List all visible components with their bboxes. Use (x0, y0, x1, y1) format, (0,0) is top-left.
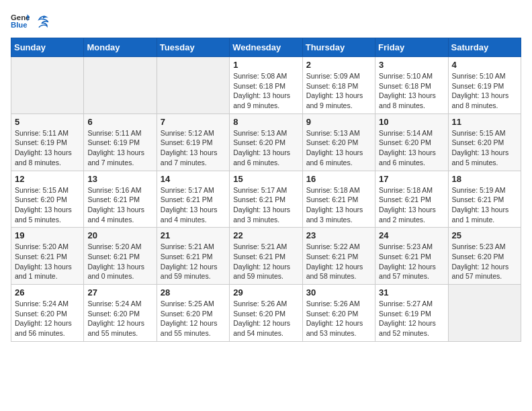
weekday-header-row: SundayMondayTuesdayWednesdayThursdayFrid… (11, 38, 521, 57)
day-detail: Sunrise: 5:24 AMSunset: 6:20 PMDaylight:… (87, 299, 152, 338)
day-number: 8 (233, 117, 298, 127)
day-number: 26 (15, 287, 80, 298)
day-detail: Sunrise: 5:17 AMSunset: 6:21 PMDaylight:… (161, 185, 226, 225)
calendar-cell: 2Sunrise: 5:09 AMSunset: 6:18 PMDaylight… (302, 57, 375, 114)
day-detail: Sunrise: 5:08 AMSunset: 6:18 PMDaylight:… (233, 71, 298, 111)
calendar-cell: 4Sunrise: 5:10 AMSunset: 6:19 PMDaylight… (448, 57, 521, 114)
day-detail: Sunrise: 5:21 AMSunset: 6:21 PMDaylight:… (161, 242, 226, 281)
calendar-cell: 29Sunrise: 5:26 AMSunset: 6:20 PMDayligh… (230, 285, 302, 342)
day-number: 16 (306, 174, 371, 184)
day-detail: Sunrise: 5:11 AMSunset: 6:19 PMDaylight:… (15, 128, 80, 168)
calendar-cell: 22Sunrise: 5:21 AMSunset: 6:21 PMDayligh… (230, 228, 302, 285)
calendar-cell: 14Sunrise: 5:17 AMSunset: 6:21 PMDayligh… (157, 171, 229, 228)
weekday-wednesday: Wednesday (230, 38, 302, 57)
calendar-cell: 3Sunrise: 5:10 AMSunset: 6:18 PMDaylight… (375, 57, 448, 114)
day-number: 29 (233, 287, 298, 298)
svg-text:Blue: Blue (11, 21, 28, 29)
calendar-cell: 30Sunrise: 5:26 AMSunset: 6:20 PMDayligh… (302, 285, 375, 342)
day-number: 24 (379, 230, 444, 240)
calendar-cell: 25Sunrise: 5:23 AMSunset: 6:20 PMDayligh… (448, 228, 521, 285)
calendar-table: SundayMondayTuesdayWednesdayThursdayFrid… (11, 38, 521, 342)
calendar-cell: 19Sunrise: 5:20 AMSunset: 6:21 PMDayligh… (11, 228, 84, 285)
day-number: 13 (87, 174, 152, 184)
week-row-1: 1Sunrise: 5:08 AMSunset: 6:18 PMDaylight… (11, 57, 521, 114)
day-number: 11 (452, 117, 517, 127)
day-detail: Sunrise: 5:11 AMSunset: 6:19 PMDaylight:… (87, 128, 152, 168)
day-detail: Sunrise: 5:13 AMSunset: 6:20 PMDaylight:… (306, 128, 371, 168)
calendar-cell (448, 285, 521, 342)
weekday-saturday: Saturday (448, 38, 521, 57)
logo-icon: General Blue (11, 11, 30, 30)
calendar-cell: 10Sunrise: 5:14 AMSunset: 6:20 PMDayligh… (375, 113, 448, 171)
week-row-5: 26Sunrise: 5:24 AMSunset: 6:20 PMDayligh… (11, 285, 521, 342)
page-header: General Blue (11, 11, 521, 30)
day-number: 31 (379, 287, 444, 298)
day-detail: Sunrise: 5:25 AMSunset: 6:20 PMDaylight:… (161, 299, 226, 338)
calendar-cell: 23Sunrise: 5:22 AMSunset: 6:21 PMDayligh… (302, 228, 375, 285)
day-number: 18 (452, 174, 517, 184)
calendar-cell: 8Sunrise: 5:13 AMSunset: 6:20 PMDaylight… (230, 113, 302, 171)
calendar-cell: 12Sunrise: 5:15 AMSunset: 6:20 PMDayligh… (11, 171, 84, 228)
day-number: 9 (306, 117, 371, 127)
day-number: 19 (15, 230, 80, 240)
day-detail: Sunrise: 5:20 AMSunset: 6:21 PMDaylight:… (15, 242, 80, 281)
day-detail: Sunrise: 5:19 AMSunset: 6:21 PMDaylight:… (452, 185, 517, 225)
day-detail: Sunrise: 5:20 AMSunset: 6:21 PMDaylight:… (87, 242, 152, 281)
calendar-cell: 16Sunrise: 5:18 AMSunset: 6:21 PMDayligh… (302, 171, 375, 228)
day-detail: Sunrise: 5:27 AMSunset: 6:19 PMDaylight:… (379, 299, 444, 338)
day-number: 30 (306, 287, 371, 298)
day-detail: Sunrise: 5:26 AMSunset: 6:20 PMDaylight:… (233, 299, 298, 338)
logo: General Blue (11, 11, 48, 30)
calendar-cell: 26Sunrise: 5:24 AMSunset: 6:20 PMDayligh… (11, 285, 84, 342)
day-detail: Sunrise: 5:16 AMSunset: 6:21 PMDaylight:… (87, 185, 152, 225)
calendar-cell: 18Sunrise: 5:19 AMSunset: 6:21 PMDayligh… (448, 171, 521, 228)
calendar-cell: 7Sunrise: 5:12 AMSunset: 6:19 PMDaylight… (157, 113, 229, 171)
day-number: 4 (452, 60, 517, 70)
day-number: 3 (379, 60, 444, 70)
calendar-cell (11, 57, 84, 114)
calendar-cell: 28Sunrise: 5:25 AMSunset: 6:20 PMDayligh… (157, 285, 229, 342)
day-number: 1 (233, 60, 298, 70)
week-row-2: 5Sunrise: 5:11 AMSunset: 6:19 PMDaylight… (11, 113, 521, 171)
day-detail: Sunrise: 5:23 AMSunset: 6:21 PMDaylight:… (379, 242, 444, 281)
calendar-cell: 21Sunrise: 5:21 AMSunset: 6:21 PMDayligh… (157, 228, 229, 285)
day-number: 17 (379, 174, 444, 184)
day-detail: Sunrise: 5:10 AMSunset: 6:19 PMDaylight:… (452, 71, 517, 111)
calendar-cell: 31Sunrise: 5:27 AMSunset: 6:19 PMDayligh… (375, 285, 448, 342)
calendar-cell: 9Sunrise: 5:13 AMSunset: 6:20 PMDaylight… (302, 113, 375, 171)
day-detail: Sunrise: 5:18 AMSunset: 6:21 PMDaylight:… (306, 185, 371, 225)
day-detail: Sunrise: 5:18 AMSunset: 6:21 PMDaylight:… (379, 185, 444, 225)
weekday-tuesday: Tuesday (157, 38, 229, 57)
day-detail: Sunrise: 5:13 AMSunset: 6:20 PMDaylight:… (233, 128, 298, 168)
calendar-cell: 11Sunrise: 5:15 AMSunset: 6:20 PMDayligh… (448, 113, 521, 171)
day-number: 25 (452, 230, 517, 240)
calendar-cell: 17Sunrise: 5:18 AMSunset: 6:21 PMDayligh… (375, 171, 448, 228)
day-detail: Sunrise: 5:15 AMSunset: 6:20 PMDaylight:… (15, 185, 80, 225)
day-detail: Sunrise: 5:26 AMSunset: 6:20 PMDaylight:… (306, 299, 371, 338)
day-detail: Sunrise: 5:10 AMSunset: 6:18 PMDaylight:… (379, 71, 444, 111)
calendar-cell: 24Sunrise: 5:23 AMSunset: 6:21 PMDayligh… (375, 228, 448, 285)
day-number: 22 (233, 230, 298, 240)
day-number: 10 (379, 117, 444, 127)
calendar-cell: 5Sunrise: 5:11 AMSunset: 6:19 PMDaylight… (11, 113, 84, 171)
day-detail: Sunrise: 5:22 AMSunset: 6:21 PMDaylight:… (306, 242, 371, 281)
day-number: 2 (306, 60, 371, 70)
day-number: 7 (161, 117, 226, 127)
day-number: 23 (306, 230, 371, 240)
day-detail: Sunrise: 5:12 AMSunset: 6:19 PMDaylight:… (161, 128, 226, 168)
calendar-cell: 6Sunrise: 5:11 AMSunset: 6:19 PMDaylight… (84, 113, 157, 171)
day-detail: Sunrise: 5:15 AMSunset: 6:20 PMDaylight:… (452, 128, 517, 168)
day-number: 14 (161, 174, 226, 184)
weekday-monday: Monday (84, 38, 157, 57)
day-number: 21 (161, 230, 226, 240)
calendar-cell (157, 57, 229, 114)
day-number: 15 (233, 174, 298, 184)
day-number: 27 (87, 287, 152, 298)
day-detail: Sunrise: 5:09 AMSunset: 6:18 PMDaylight:… (306, 71, 371, 111)
day-number: 12 (15, 174, 80, 184)
day-number: 6 (87, 117, 152, 127)
week-row-4: 19Sunrise: 5:20 AMSunset: 6:21 PMDayligh… (11, 228, 521, 285)
weekday-sunday: Sunday (11, 38, 84, 57)
calendar-body: 1Sunrise: 5:08 AMSunset: 6:18 PMDaylight… (11, 57, 521, 342)
weekday-friday: Friday (375, 38, 448, 57)
